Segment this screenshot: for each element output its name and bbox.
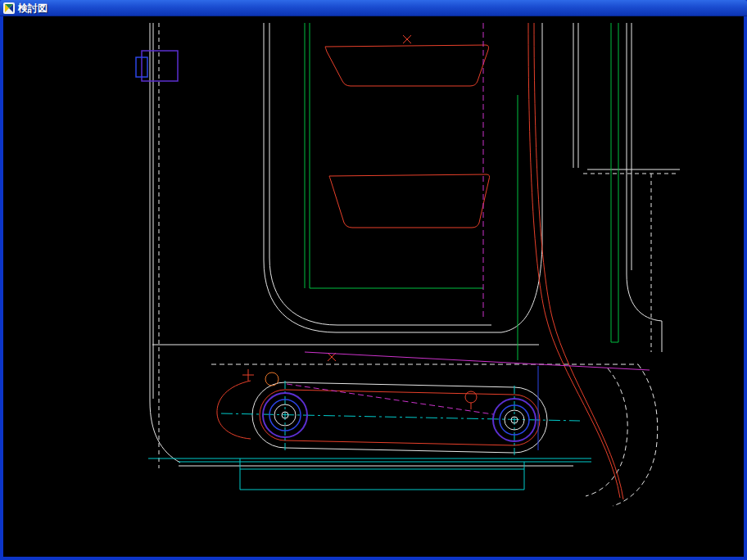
seat-outline-inner [269,23,491,325]
app-icon[interactable] [3,2,15,14]
trim-hidden-line [287,384,493,414]
mark-plus [242,369,254,381]
base-hidden-right-hook [613,364,658,506]
mark-x-lower [328,353,336,361]
bracket-left-tab [217,381,251,439]
pocket-lower [329,174,490,228]
mark-x-upper [403,35,411,43]
base-hidden-right-hook-2 [586,368,627,496]
drawing-area [3,16,744,557]
cad-canvas[interactable] [3,16,744,557]
window-title: 検討図 [18,0,48,16]
trim-line [305,352,650,370]
plate-rect [240,469,524,490]
titlebar[interactable]: 検討図 [0,0,747,16]
seat-outline-outer [264,23,501,332]
pocket-upper [325,45,489,86]
pivot-circle [265,373,278,386]
stud-circle [465,391,477,403]
bracket-red-capsule [260,390,540,445]
seat-right-edge [501,23,542,332]
left-panel-bottom-curve [150,401,180,463]
bracket-capsule [252,382,547,453]
app-window: 検討図 [0,0,747,560]
